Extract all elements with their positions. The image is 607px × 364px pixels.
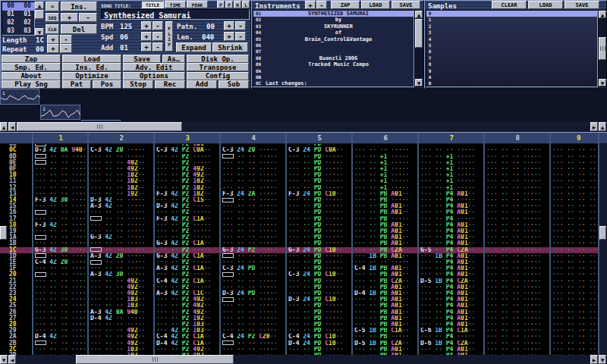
mini-h-button[interactable]: H xyxy=(234,1,241,8)
pattern-cell[interactable]: ··· ·· PB A01·· xyxy=(354,347,417,353)
pattern-cell[interactable]: ··· ·· ·· ····· xyxy=(222,309,285,315)
instrument-load-button[interactable]: LOAD xyxy=(361,1,390,9)
pattern-cell[interactable]: ·· ·· ····· xyxy=(222,340,285,347)
pattern-cell[interactable]: ··· ·· ·· ····· xyxy=(35,322,87,328)
channel-header-9[interactable]: 9 xyxy=(577,134,580,142)
pattern-cell[interactable]: ··· ·· ·· ····· xyxy=(222,172,285,178)
pattern-cell[interactable]: ··· ·· ·· ····· xyxy=(222,203,285,209)
pattern-cell[interactable]: ··· ·· ·· ····· xyxy=(486,234,549,240)
pattern-cell[interactable]: ··· ·· ·· 492·· xyxy=(90,166,153,172)
pattern-cell[interactable]: ··· ·· ·· ····· xyxy=(90,322,153,328)
pattern-cell[interactable]: ··· ·· +1 ····· xyxy=(420,154,483,160)
pattern-cell[interactable]: ··· ·· ·· ····· xyxy=(35,166,87,172)
pattern-cell[interactable]: ··· ·· PB A01·· xyxy=(354,240,417,246)
pattern-cell[interactable]: ··· ·· PD ····· xyxy=(288,160,351,166)
pattern-cell[interactable]: ··· ·· P2 492·· xyxy=(156,172,219,178)
menu-config-button[interactable]: Config xyxy=(187,72,249,80)
pattern-cell[interactable]: C-4 24 P2 C20·· xyxy=(222,334,285,340)
pattern-cell[interactable]: ··· ·· +1 ····· xyxy=(420,160,483,166)
channel-header-6[interactable]: 6 xyxy=(384,134,388,142)
pattern-cell[interactable]: F-3 24 PD C10·· xyxy=(288,191,351,197)
pattern-cell[interactable]: ·· ·· ····· xyxy=(222,297,285,303)
mini-f-button[interactable]: F xyxy=(217,1,225,8)
pattern-cell[interactable]: ··· ·· ·· ····· xyxy=(222,185,285,191)
pattern-cell[interactable]: D-4 42 P2 C1A·· xyxy=(156,340,219,347)
pattern-cell[interactable]: ··· ·· ·· ····· xyxy=(222,222,285,228)
pattern-cell[interactable]: ··· ·· ·· ····· xyxy=(486,191,549,197)
pattern-cell[interactable]: ··· ·· ·· ····· xyxy=(486,185,549,191)
pattern-cell[interactable]: ··· ·· P4 ····· xyxy=(420,334,483,340)
pattern-cell[interactable]: ··· ·· ·· ····· xyxy=(222,234,285,240)
pattern-cell[interactable]: ··· ·· PD ····· xyxy=(288,265,351,271)
sample-number[interactable]: 5 xyxy=(426,42,433,49)
instrument-number[interactable]: 08 xyxy=(253,55,263,61)
menu-pos-button[interactable]: Pos xyxy=(93,80,121,89)
pattern-cell[interactable]: ··· ·· PB A01·· xyxy=(354,322,417,328)
sample-row[interactable] xyxy=(433,42,598,49)
menu-optimize-button[interactable]: Optimize xyxy=(62,72,121,80)
flip-button[interactable]: FLIP xyxy=(165,21,173,52)
pattern-cell[interactable]: ··· ·· ·· ····· xyxy=(35,347,87,353)
pattern-cell[interactable]: ··· ·· P4 A01·· xyxy=(420,265,483,271)
length-plus-button[interactable]: + xyxy=(47,35,59,44)
pattern-cell[interactable]: ··· ·· ·· ····· xyxy=(35,178,87,184)
pattern-cell[interactable]: ··· ·· PD ····· xyxy=(288,303,351,309)
pattern-cell[interactable]: ··· ·· ·· ····· xyxy=(486,328,549,334)
pattern-cell[interactable]: D-4 42 ·· ····· xyxy=(90,315,153,322)
sample-number[interactable]: 4 xyxy=(426,36,433,42)
pattern-cell[interactable]: C-3 24 PD C0A·· xyxy=(288,147,351,153)
pattern-cell[interactable]: ··· ·· PD ····· xyxy=(288,322,351,328)
pattern-cell[interactable]: ··· ·· ·· ····· xyxy=(486,216,549,222)
pattern-cell[interactable]: F-3 42 ·· ····· xyxy=(35,222,87,228)
pattern-cell[interactable]: ··· 1B PB A01·· xyxy=(354,253,417,259)
pattern-cell[interactable]: ··· ·· P2 C15·· xyxy=(156,197,219,203)
pattern-cell[interactable]: ··· ·· ·· ····· xyxy=(486,290,549,297)
pattern-vscroll-left-thumb[interactable] xyxy=(0,226,7,240)
pattern-cell[interactable]: D-4 1B PB A01·· xyxy=(354,290,417,297)
pattern-cell[interactable]: ··· ·· ·· ····· xyxy=(90,209,153,215)
pattern-cell[interactable]: A-3 42 0A 940·· xyxy=(90,309,153,315)
pattern-cell[interactable]: ··· ·· +1 ····· xyxy=(354,166,417,172)
spd-plus-button[interactable]: + xyxy=(141,32,152,41)
pattern-cell[interactable]: ··· ·· ·· ····· xyxy=(222,216,285,222)
pattern-cell[interactable]: ··· ·· PD ····· xyxy=(288,309,351,315)
pattern-cell[interactable]: ··· ·· PD ····· xyxy=(288,197,351,203)
pattern-cell[interactable]: ·· ·· ····· xyxy=(35,340,87,347)
pattern-cell[interactable]: G-3 24 P2 ····· xyxy=(222,247,285,253)
length-minus-button[interactable]: - xyxy=(60,35,72,44)
pattern-cell[interactable]: ··· ·· ·· ····· xyxy=(35,309,87,315)
menu-pat-button[interactable]: Pat xyxy=(62,80,91,89)
sample-load-button[interactable]: LOAD xyxy=(528,1,563,9)
pattern-cell[interactable]: C-4 42 P2 C1A·· xyxy=(156,334,219,340)
instrument-row[interactable]: Tracked Music Compo xyxy=(263,61,414,67)
scopes-scrollbar[interactable]: ▲ ◀ ▶ ▲ xyxy=(0,121,607,132)
instrument-row[interactable]: Buenzli 2006 xyxy=(263,55,414,61)
instrument-row[interactable]: of xyxy=(263,30,414,36)
pattern-cell[interactable]: D-6 1B P4 C2A·· xyxy=(420,340,483,347)
pattern-cell[interactable]: ··· ·· ·· 102·· xyxy=(90,178,153,184)
pattern-cell[interactable]: ··· ·· ·· ····· xyxy=(222,347,285,353)
order-cell[interactable]: 01 xyxy=(2,11,19,19)
pattern-cell[interactable]: A-3 42 20 ····· xyxy=(90,253,153,259)
pattern-cell[interactable]: D-3 42 ·· ····· xyxy=(90,197,153,203)
pattern-cell[interactable]: ··· ·· ·· 492·· xyxy=(90,340,153,347)
pattern-cell[interactable]: D-3 24 PD ····· xyxy=(222,290,285,297)
pattern-cell[interactable]: ··· ·· P2 492·· xyxy=(156,303,219,309)
pattern-cell[interactable]: ··· ·· ·· ····· xyxy=(35,240,87,246)
pattern-cell[interactable]: ··· ·· ·· ····· xyxy=(486,203,549,209)
menu-rec-button[interactable]: Rec xyxy=(155,80,185,89)
menu-adv-edit-button[interactable]: Adv. Edit xyxy=(123,63,185,71)
pattern-cell[interactable]: ··· ·· ·· ····· xyxy=(90,222,153,228)
pattern-cell[interactable]: ··· ·· ·· ····· xyxy=(35,315,87,322)
instrument-row[interactable]: SKYRUNNER xyxy=(263,24,414,30)
pattern-cell[interactable]: ··· ·· ·· ····· xyxy=(486,322,549,328)
pattern-cell[interactable]: F-3 42 P2 102·· xyxy=(156,191,219,197)
repeat-plus-button[interactable]: + xyxy=(47,44,59,53)
pattern-cell[interactable]: ··· ·· ·· ····· xyxy=(354,147,417,153)
order-row[interactable]: 0000 xyxy=(2,2,35,11)
pattern-cell[interactable]: ··· ·· P4 A01·· xyxy=(420,271,483,278)
pattern-cell[interactable]: ··· ·· ·· ····· xyxy=(35,228,87,234)
pattern-cell[interactable]: ·· ·· ····· xyxy=(35,253,87,259)
pattern-cell[interactable]: ··· ·· ·· ····· xyxy=(486,278,549,284)
pattern-cell[interactable]: ··· ·· ·· ····· xyxy=(486,259,549,265)
